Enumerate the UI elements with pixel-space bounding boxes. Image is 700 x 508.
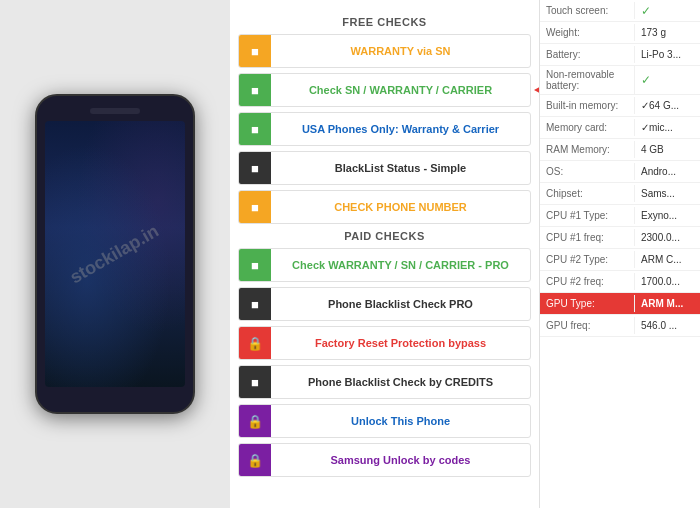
spec-value: 1700.0... xyxy=(635,273,700,290)
spec-row: Built-in memory:✓64 G... xyxy=(540,95,700,117)
check-label-check-phone-number: CHECK PHONE NUMBER xyxy=(271,201,530,213)
check-item-factory-reset-protection[interactable]: 🔒Factory Reset Protection bypass xyxy=(238,326,531,360)
spec-value: ✓ xyxy=(635,1,700,21)
spec-label: Chipset: xyxy=(540,185,635,202)
spec-row: OS:Andro... xyxy=(540,161,700,183)
check-icon-check-phone-number: ■ xyxy=(239,191,271,223)
free-checks-title: FREE CHECKS xyxy=(238,16,531,28)
spec-value: 4 GB xyxy=(635,141,700,158)
paid-checks-list: ■Check WARRANTY / SN / CARRIER - PRO■Pho… xyxy=(238,248,531,477)
spec-row: GPU freq:546.0 ... xyxy=(540,315,700,337)
phone-section: stockilap.in xyxy=(0,0,230,508)
check-icon-usa-warranty-carrier: ■ xyxy=(239,113,271,145)
spec-label: CPU #2 freq: xyxy=(540,273,635,290)
check-item-unlock-this-phone[interactable]: 🔒Unlock This Phone xyxy=(238,404,531,438)
check-item-warranty-sn-carrier-pro[interactable]: ■Check WARRANTY / SN / CARRIER - PRO xyxy=(238,248,531,282)
spec-label: Built-in memory: xyxy=(540,97,635,114)
check-icon-phone-blacklist-pro: ■ xyxy=(239,288,271,320)
spec-label: OS: xyxy=(540,163,635,180)
spec-row: CPU #2 freq:1700.0... xyxy=(540,271,700,293)
spec-value: Sams... xyxy=(635,185,700,202)
spec-row: CPU #1 freq:2300.0... xyxy=(540,227,700,249)
spec-value: ✓mic... xyxy=(635,119,700,136)
check-label-blacklist-simple: BlackList Status - Simple xyxy=(271,162,530,174)
check-label-phone-blacklist-pro: Phone Blacklist Check PRO xyxy=(271,298,530,310)
spec-label: CPU #1 freq: xyxy=(540,229,635,246)
spec-label: CPU #1 Type: xyxy=(540,207,635,224)
check-item-warranty-sn[interactable]: ■WARRANTY via SN xyxy=(238,34,531,68)
spec-row: Chipset:Sams... xyxy=(540,183,700,205)
paid-checks-title: PAID CHECKS xyxy=(238,230,531,242)
check-item-phone-blacklist-credits[interactable]: ■Phone Blacklist Check by CREDITS xyxy=(238,365,531,399)
phone-screen-bg xyxy=(45,121,185,387)
spec-value: 546.0 ... xyxy=(635,317,700,334)
spec-label: Weight: xyxy=(540,24,635,41)
spec-value: ✓64 G... xyxy=(635,97,700,114)
spec-value: Li-Po 3... xyxy=(635,46,700,63)
spec-value: 173 g xyxy=(635,24,700,41)
spec-value: ARM M... xyxy=(635,295,700,312)
check-label-factory-reset-protection: Factory Reset Protection bypass xyxy=(271,337,530,349)
spec-label: Battery: xyxy=(540,46,635,63)
spec-value: Exyno... xyxy=(635,207,700,224)
check-icon-warranty-sn-carrier-pro: ■ xyxy=(239,249,271,281)
spec-value: ARM C... xyxy=(635,251,700,268)
spec-value: Andro... xyxy=(635,163,700,180)
check-icon-phone-blacklist-credits: ■ xyxy=(239,366,271,398)
spec-row: Battery:Li-Po 3... xyxy=(540,44,700,66)
spec-row: CPU #1 Type:Exyno... xyxy=(540,205,700,227)
check-icon-samsung-unlock-codes: 🔒 xyxy=(239,444,271,476)
spec-label: GPU Type: xyxy=(540,295,635,312)
spec-label: Touch screen: xyxy=(540,2,635,19)
check-label-usa-warranty-carrier: USA Phones Only: Warranty & Carrier xyxy=(271,123,530,135)
spec-row: Touch screen:✓ xyxy=(540,0,700,22)
spec-label: CPU #2 Type: xyxy=(540,251,635,268)
check-label-warranty-sn-carrier-pro: Check WARRANTY / SN / CARRIER - PRO xyxy=(271,259,530,271)
spec-row: Weight:173 g xyxy=(540,22,700,44)
spec-value: 2300.0... xyxy=(635,229,700,246)
checks-section: FREE CHECKS ■WARRANTY via SN■Check SN / … xyxy=(230,0,540,508)
spec-label: RAM Memory: xyxy=(540,141,635,158)
spec-row: Memory card:✓mic... xyxy=(540,117,700,139)
spec-row: CPU #2 Type:ARM C... xyxy=(540,249,700,271)
specs-table: Touch screen:✓Weight:173 gBattery:Li-Po … xyxy=(540,0,700,337)
check-icon-check-sn-warranty-carrier: ■ xyxy=(239,74,271,106)
check-icon-warranty-sn: ■ xyxy=(239,35,271,67)
spec-label: Memory card: xyxy=(540,119,635,136)
spec-value: ✓ xyxy=(635,70,700,90)
check-label-unlock-this-phone: Unlock This Phone xyxy=(271,415,530,427)
check-label-samsung-unlock-codes: Samsung Unlock by codes xyxy=(271,454,530,466)
check-icon-unlock-this-phone: 🔒 xyxy=(239,405,271,437)
phone-image xyxy=(35,94,195,414)
check-label-phone-blacklist-credits: Phone Blacklist Check by CREDITS xyxy=(271,376,530,388)
check-item-check-phone-number[interactable]: ■CHECK PHONE NUMBER xyxy=(238,190,531,224)
check-icon-blacklist-simple: ■ xyxy=(239,152,271,184)
check-label-warranty-sn: WARRANTY via SN xyxy=(271,45,530,57)
check-label-check-sn-warranty-carrier: Check SN / WARRANTY / CARRIER xyxy=(271,84,530,96)
spec-label: GPU freq: xyxy=(540,317,635,334)
check-item-phone-blacklist-pro[interactable]: ■Phone Blacklist Check PRO xyxy=(238,287,531,321)
phone-screen xyxy=(45,121,185,387)
spec-row: RAM Memory:4 GB xyxy=(540,139,700,161)
spec-row: Non-removable battery:✓ xyxy=(540,66,700,95)
check-item-check-sn-warranty-carrier[interactable]: ■Check SN / WARRANTY / CARRIER xyxy=(238,73,531,107)
spec-label: Non-removable battery: xyxy=(540,66,635,94)
spec-row: GPU Type:ARM M... xyxy=(540,293,700,315)
check-icon-factory-reset-protection: 🔒 xyxy=(239,327,271,359)
specs-section: Touch screen:✓Weight:173 gBattery:Li-Po … xyxy=(540,0,700,508)
check-item-blacklist-simple[interactable]: ■BlackList Status - Simple xyxy=(238,151,531,185)
free-checks-list: ■WARRANTY via SN■Check SN / WARRANTY / C… xyxy=(238,34,531,224)
check-item-usa-warranty-carrier[interactable]: ■USA Phones Only: Warranty & Carrier xyxy=(238,112,531,146)
check-item-samsung-unlock-codes[interactable]: 🔒Samsung Unlock by codes xyxy=(238,443,531,477)
